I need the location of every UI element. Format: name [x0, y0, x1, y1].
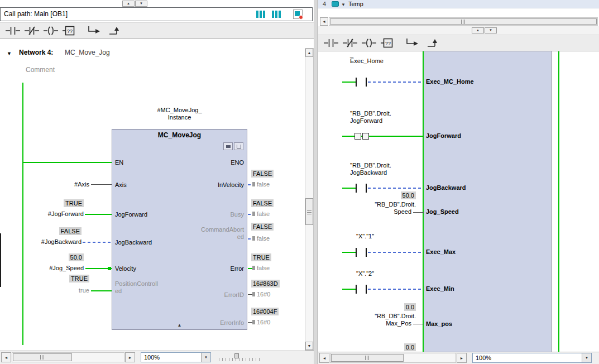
value-box[interactable]: 50.0: [69, 253, 84, 261]
block-collapse-icon[interactable]: ▲: [112, 322, 247, 329]
splitter-up-button[interactable]: ▲: [122, 1, 135, 7]
network-comment-field[interactable]: Comment: [26, 66, 55, 74]
no-contact[interactable]: [356, 285, 367, 294]
pin-jogbackward[interactable]: JogBackward: [426, 184, 466, 191]
instance-name-line2[interactable]: Instance: [112, 114, 247, 121]
normally-open-contact-icon[interactable]: [323, 36, 339, 50]
pin-positioncontrolled[interactable]: PositionControll: [115, 280, 158, 288]
block-connector-button[interactable]: [234, 142, 243, 150]
open-branch-icon[interactable]: [85, 23, 102, 38]
pin-exec-mc-home[interactable]: Exec_MC_Home: [426, 78, 474, 85]
splitter-strip: [318, 26, 599, 35]
interface-row-temp[interactable]: 4 ▼ Temp: [318, 0, 599, 8]
normally-closed-contact-icon[interactable]: [23, 23, 40, 38]
pane-divider[interactable]: [314, 0, 318, 364]
value-box[interactable]: TRUE: [251, 253, 271, 261]
value-box[interactable]: 0.0: [404, 303, 416, 311]
empty-box-icon[interactable]: ??: [380, 36, 396, 50]
pin-eno[interactable]: ENO: [231, 159, 244, 166]
scroll-left-button[interactable]: ◄: [1, 352, 11, 362]
horizontal-scrollbar[interactable]: [330, 353, 456, 363]
operand-speed-db-1[interactable]: "RB_DB".Droit.: [335, 201, 416, 208]
zoom-slider[interactable]: [219, 353, 261, 362]
pin-errorid[interactable]: ErrorID: [224, 291, 244, 299]
splitter-down-button[interactable]: ▼: [135, 1, 147, 7]
called-block[interactable]: [424, 51, 552, 352]
value-box[interactable]: FALSE: [59, 227, 82, 235]
operand-jogforward[interactable]: #JogForward: [22, 210, 84, 218]
table-scrollbar-thumb[interactable]: [330, 18, 597, 25]
pin-axis[interactable]: Axis: [115, 181, 127, 189]
zoom-select[interactable]: 100% ▼: [472, 353, 592, 363]
vertical-scrollbar[interactable]: ▲ ▼: [305, 48, 314, 351]
network-collapse-icon[interactable]: ▼: [7, 50, 12, 58]
horizontal-scrollbar[interactable]: [12, 352, 124, 362]
pin-jogforward[interactable]: JogForward: [115, 211, 147, 218]
pin-busy[interactable]: Busy: [231, 211, 244, 218]
normally-closed-contact-icon[interactable]: [342, 36, 358, 50]
close-branch-icon[interactable]: [424, 36, 441, 50]
value-box[interactable]: 50.0: [401, 191, 416, 199]
operand-x1[interactable]: "X"."1": [356, 233, 374, 240]
network-title[interactable]: Network 4:: [19, 49, 53, 56]
zoom-dropdown-icon[interactable]: ▼: [201, 353, 210, 362]
value-box[interactable]: 0.0: [404, 343, 416, 351]
scroll-down-button[interactable]: ▼: [305, 342, 313, 350]
operand-jogbackward[interactable]: #JogBackward: [20, 238, 82, 246]
pin-max-pos[interactable]: Max_pos: [426, 320, 452, 328]
value-box[interactable]: TRUE: [69, 275, 89, 282]
zoom-value: 100%: [144, 354, 160, 361]
scroll-up-button[interactable]: ▲: [305, 49, 313, 57]
pin-commandaborted[interactable]: CommandAbort: [201, 226, 244, 233]
coil-icon[interactable]: [42, 23, 59, 38]
pin-en[interactable]: EN: [115, 159, 123, 166]
splitter-up-button[interactable]: ▲: [472, 27, 484, 33]
value-box[interactable]: FALSE: [251, 170, 274, 178]
table-horizontal-scrollbar[interactable]: [329, 17, 598, 26]
pin-exec-min[interactable]: Exec_Min: [426, 285, 454, 293]
operand-jogbackward-db-1[interactable]: "RB_DB".Droit.: [350, 162, 391, 169]
normally-open-contact-icon[interactable]: [4, 23, 21, 38]
operand-jogforward-db-1[interactable]: "RB_DB".Droit.: [350, 110, 391, 117]
coil-icon[interactable]: [361, 36, 377, 50]
zoom-dropdown-icon[interactable]: ▼: [582, 353, 591, 362]
operand-positioncontrolled[interactable]: true: [28, 287, 89, 294]
pin-jogbackward[interactable]: JogBackward: [115, 239, 152, 246]
pin-jog-speed[interactable]: Jog_Speed: [426, 208, 459, 215]
value-box[interactable]: FALSE: [251, 223, 274, 231]
horizontal-scrollbar-thumb[interactable]: [331, 354, 404, 362]
box-contact[interactable]: [354, 133, 370, 140]
splitter-down-button[interactable]: ▼: [485, 27, 497, 33]
operand-axis[interactable]: #Axis: [33, 181, 89, 188]
operand-x2[interactable]: "X"."2": [356, 270, 374, 277]
table-scroll-left-button[interactable]: ◄: [320, 17, 328, 26]
operand-ma-pos-db-1[interactable]: "RB_DB".Droit.: [335, 313, 416, 320]
no-contact[interactable]: [356, 78, 367, 87]
pin-error[interactable]: Error: [231, 265, 244, 272]
pin-invelocity[interactable]: InVelocity: [218, 181, 244, 189]
vertical-scrollbar-thumb[interactable]: [305, 198, 313, 225]
value-box[interactable]: FALSE: [251, 199, 274, 207]
scroll-right-button[interactable]: ►: [457, 353, 467, 363]
scroll-right-button[interactable]: ►: [125, 352, 135, 362]
value-box[interactable]: 16#863D: [251, 280, 280, 288]
scroll-left-button[interactable]: ◄: [319, 353, 329, 363]
value-box[interactable]: 16#004F: [251, 308, 279, 315]
block-mode-button[interactable]: [223, 142, 233, 150]
operand-velocity[interactable]: #Jog_Speed: [22, 265, 84, 272]
close-branch-icon[interactable]: [106, 23, 123, 38]
value-box[interactable]: TRUE: [64, 199, 84, 207]
pin-jogforward[interactable]: JogForward: [426, 132, 461, 140]
zoom-select[interactable]: 100% ▼: [141, 352, 211, 362]
zoom-slider-handle[interactable]: [234, 353, 239, 358]
open-branch-icon[interactable]: [403, 36, 420, 50]
no-contact[interactable]: [356, 248, 367, 257]
mc-movejog-block[interactable]: MC_MoveJog EN ENO Axis JogForward JogBac…: [112, 129, 247, 330]
pin-velocity[interactable]: Velocity: [115, 265, 136, 272]
pin-exec-max[interactable]: Exec_Max: [426, 248, 456, 256]
operand-exec-home[interactable]: Exec_Home: [350, 58, 384, 65]
instance-name-line1[interactable]: #MC_MoveJog_: [112, 107, 247, 114]
expand-icon[interactable]: ▼: [341, 1, 346, 8]
horizontal-scrollbar-thumb[interactable]: [13, 353, 72, 361]
empty-box-icon[interactable]: ??: [61, 23, 78, 38]
